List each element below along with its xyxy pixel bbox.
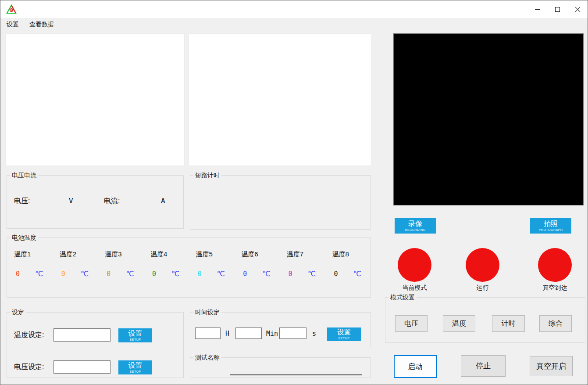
start-button[interactable]: 启动 xyxy=(394,355,437,378)
temp-channel-1: 温度1 0 ℃ xyxy=(7,250,53,278)
vacuum-reached-indicator-label: 真空到达 xyxy=(530,284,580,292)
menu-view-data[interactable]: 查看数据 xyxy=(25,19,58,30)
mode-voltage-button[interactable]: 电压 xyxy=(395,315,428,332)
temp-value: 0 xyxy=(152,270,165,278)
voltage-unit: V xyxy=(69,197,73,205)
recording-button-sublabel: RECORDING xyxy=(405,228,425,231)
menu-settings[interactable]: 设置 xyxy=(2,19,23,30)
minutes-input[interactable] xyxy=(235,327,262,339)
minimize-icon xyxy=(535,9,540,10)
stop-button[interactable]: 停止 xyxy=(461,355,506,377)
mode-comprehensive-button[interactable]: 综合 xyxy=(539,315,572,332)
mode-temperature-button[interactable]: 温度 xyxy=(443,315,475,332)
temp-channel-4: 温度4 0 ℃ xyxy=(143,250,189,278)
temp-unit: ℃ xyxy=(35,270,43,278)
temp-unit: ℃ xyxy=(171,270,179,278)
current-mode-indicator-label: 当前模式 xyxy=(390,284,439,292)
minimize-button[interactable] xyxy=(527,0,547,18)
group-title: 时间设定 xyxy=(193,308,221,317)
setup-button-sublabel: SETUP xyxy=(130,370,141,373)
short-circuit-timer-group: 短路计时 xyxy=(190,175,371,230)
running-indicator-label: 运行 xyxy=(466,284,499,292)
temperature-setting-input[interactable] xyxy=(53,328,110,342)
battery-temperature-group: 电池温度 温度1 0 ℃ 温度2 0 ℃ 温度3 0 ℃ xyxy=(7,237,371,298)
temp-value: 0 xyxy=(334,270,347,278)
temp-unit: ℃ xyxy=(262,270,270,278)
temp-channel-2: 温度2 0 ℃ xyxy=(53,250,98,278)
vacuum-open-button[interactable]: 真空开启 xyxy=(530,356,573,376)
photograph-button-label: 拍照 xyxy=(544,220,558,227)
group-title: 电压电流 xyxy=(10,171,38,180)
time-setting-group: 时间设定 H Min s 设置 SETUP xyxy=(190,312,371,347)
setup-button-label: 设置 xyxy=(128,330,143,337)
temp-label: 温度2 xyxy=(60,250,98,261)
time-setup-button[interactable]: 设置 SETUP xyxy=(327,327,361,341)
temperature-setup-button[interactable]: 设置 SETUP xyxy=(118,328,152,342)
hours-unit: H xyxy=(225,330,229,338)
mode-setting-group: 模式设置 电压 温度 计时 综合 xyxy=(385,297,585,343)
maximize-icon xyxy=(555,7,560,12)
titlebar xyxy=(0,0,588,18)
vacuum-reached-indicator-light xyxy=(538,248,572,282)
test-name-underline xyxy=(230,374,362,375)
group-title: 测试名称 xyxy=(193,353,221,362)
voltage-setting-row: 电压设定: 设置 SETUP xyxy=(7,360,183,374)
setting-group: 设定 温度设定: 设置 SETUP 电压设定: 设置 SETUP xyxy=(7,312,184,378)
setup-button-label: 设置 xyxy=(128,362,143,369)
maximize-button[interactable] xyxy=(547,0,567,18)
photograph-button[interactable]: 拍照 PHOTOGRAPH xyxy=(530,218,571,234)
temp-label: 温度5 xyxy=(196,250,235,261)
close-button[interactable] xyxy=(567,0,588,18)
temp-unit: ℃ xyxy=(353,270,361,278)
temp-unit: ℃ xyxy=(126,270,134,278)
seconds-unit: s xyxy=(312,330,316,338)
temp-channel-6: 温度6 0 ℃ xyxy=(234,250,280,278)
temp-label: 温度7 xyxy=(287,250,325,261)
setup-button-sublabel: SETUP xyxy=(130,338,141,341)
voltage-label: 电压: xyxy=(14,197,30,206)
current-mode-indicator-light xyxy=(398,248,431,282)
group-title: 设定 xyxy=(10,308,26,317)
temp-channel-3: 温度3 0 ℃ xyxy=(98,250,143,278)
setup-button-sublabel: SETUP xyxy=(339,337,350,340)
chart-panel-left xyxy=(5,33,185,166)
current-label: 电流: xyxy=(104,197,120,206)
temp-label: 温度6 xyxy=(241,250,280,261)
temperature-setting-row: 温度设定: 设置 SETUP xyxy=(7,328,183,342)
voltage-setup-button[interactable]: 设置 SETUP xyxy=(118,360,152,374)
hours-input[interactable] xyxy=(195,327,221,339)
voltage-setting-label: 电压设定: xyxy=(14,363,44,372)
temp-unit: ℃ xyxy=(81,270,89,278)
minutes-unit: Min xyxy=(266,330,278,338)
temp-label: 温度8 xyxy=(332,250,371,261)
temp-value: 0 xyxy=(16,270,29,278)
temperature-setting-label: 温度设定: xyxy=(14,331,44,340)
recording-button[interactable]: 录像 RECORDING xyxy=(395,218,436,234)
voltage-setting-input[interactable] xyxy=(53,360,110,374)
close-icon xyxy=(575,7,581,12)
test-name-group: 测试名称 xyxy=(190,357,371,378)
temp-unit: ℃ xyxy=(308,270,316,278)
app-window: 设置 查看数据 电压电流 电压: V 电流: A 短路计时 电池温度 温度1 0… xyxy=(0,0,588,385)
group-title: 短路计时 xyxy=(193,171,221,180)
temp-value: 0 xyxy=(61,270,75,278)
voltage-current-group: 电压电流 电压: V 电流: A xyxy=(7,175,184,229)
temp-channel-7: 温度7 0 ℃ xyxy=(280,250,325,278)
mode-timing-button[interactable]: 计时 xyxy=(492,315,525,332)
temp-value: 0 xyxy=(107,270,120,278)
running-indicator-light xyxy=(466,248,499,282)
temp-label: 温度3 xyxy=(105,250,143,261)
camera-view xyxy=(393,33,584,205)
recording-button-label: 录像 xyxy=(408,220,422,227)
temp-value: 0 xyxy=(289,270,302,278)
seconds-input[interactable] xyxy=(279,327,306,339)
chart-panel-right xyxy=(189,33,371,166)
temp-label: 温度1 xyxy=(14,250,53,261)
group-title: 电池温度 xyxy=(10,234,38,242)
temp-label: 温度4 xyxy=(150,250,189,261)
current-unit: A xyxy=(161,197,165,205)
temp-value: 0 xyxy=(243,270,256,278)
app-logo-icon xyxy=(6,4,17,14)
temp-unit: ℃ xyxy=(217,270,225,278)
temperature-grid: 温度1 0 ℃ 温度2 0 ℃ 温度3 0 ℃ xyxy=(7,250,371,278)
